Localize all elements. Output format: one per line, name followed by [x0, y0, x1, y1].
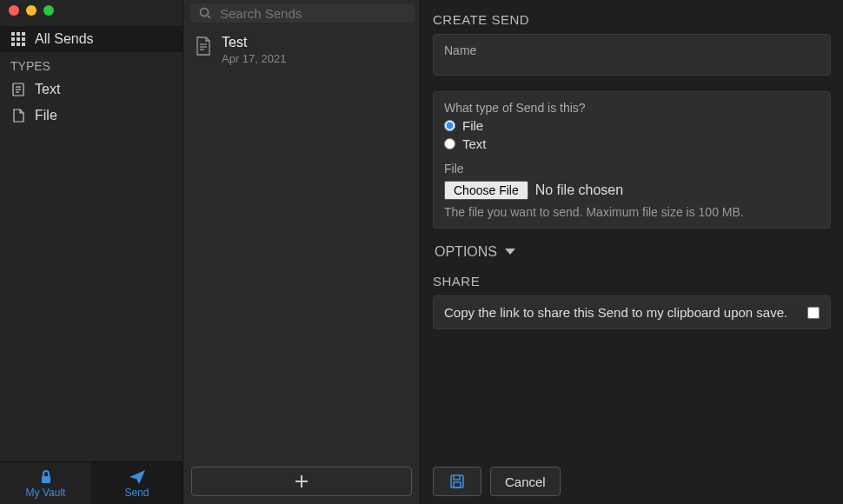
svg-rect-5 [22, 37, 25, 41]
file-status: No file chosen [535, 182, 623, 198]
share-copy-checkbox[interactable] [807, 307, 820, 319]
sidebar-item-label: File [35, 108, 57, 123]
plus-icon [295, 475, 308, 487]
type-radio-file[interactable] [444, 120, 455, 131]
close-window-button[interactable] [9, 5, 19, 16]
svg-rect-6 [11, 43, 15, 46]
sidebar-item-file[interactable]: File [0, 103, 183, 129]
svg-rect-1 [17, 32, 20, 36]
svg-rect-2 [22, 32, 25, 36]
lock-icon [38, 469, 54, 485]
type-card: What type of Send is this? File Text Fil… [433, 91, 831, 229]
sidebar: All Sends TYPES Text File My Vault [0, 0, 183, 504]
name-field-card[interactable]: Name [433, 34, 831, 76]
search-input[interactable] [220, 6, 406, 21]
detail-panel: CREATE SEND Name What type of Send is th… [421, 0, 843, 504]
type-option-label: Text [462, 136, 487, 151]
sidebar-item-label: All Sends [35, 31, 94, 47]
type-question: What type of Send is this? [444, 101, 820, 115]
create-send-header: CREATE SEND [433, 12, 831, 27]
bottom-nav: My Vault Send [0, 461, 183, 504]
new-send-button[interactable] [191, 467, 412, 496]
type-option-file[interactable]: File [444, 118, 820, 133]
bottom-nav-send[interactable]: Send [91, 462, 183, 504]
file-icon [10, 109, 26, 123]
choose-file-button[interactable]: Choose File [444, 181, 528, 200]
share-header: SHARE [433, 274, 831, 288]
text-icon [10, 83, 26, 96]
type-radio-text[interactable] [444, 138, 455, 149]
sidebar-item-label: Text [35, 82, 60, 97]
svg-rect-21 [451, 475, 463, 487]
cancel-button[interactable]: Cancel [490, 467, 561, 496]
chevron-down-icon [504, 248, 516, 256]
list-item-subtitle: Apr 17, 2021 [222, 52, 286, 65]
bottom-nav-label: My Vault [26, 487, 66, 499]
svg-line-15 [208, 16, 210, 18]
save-icon [449, 474, 465, 489]
save-button[interactable] [433, 467, 481, 496]
send-icon [129, 469, 146, 485]
share-copy-card: Copy the link to share this Send to my c… [433, 295, 831, 329]
options-toggle[interactable]: OPTIONS [435, 244, 829, 260]
sidebar-item-all-sends[interactable]: All Sends [0, 26, 183, 52]
svg-rect-0 [11, 32, 15, 36]
list-item-title: Test [222, 35, 286, 50]
minimize-window-button[interactable] [26, 5, 37, 16]
send-list-panel: Test Apr 17, 2021 [183, 0, 421, 504]
svg-rect-22 [454, 482, 461, 487]
list-item[interactable]: Test Apr 17, 2021 [190, 30, 413, 70]
file-label: File [444, 162, 820, 176]
svg-rect-3 [11, 37, 15, 41]
bottom-nav-vault[interactable]: My Vault [0, 462, 91, 504]
window-controls [0, 0, 183, 21]
sidebar-section-types: TYPES [0, 52, 183, 76]
svg-point-14 [201, 9, 209, 17]
search-icon [199, 7, 211, 19]
maximize-window-button[interactable] [43, 5, 54, 16]
type-option-text[interactable]: Text [444, 136, 820, 151]
share-copy-label: Copy the link to share this Send to my c… [444, 305, 787, 320]
bottom-nav-label: Send [124, 487, 149, 499]
options-label: OPTIONS [435, 244, 497, 260]
svg-rect-4 [17, 37, 20, 41]
search-input-wrapper[interactable] [190, 3, 415, 23]
svg-rect-13 [42, 476, 50, 483]
sidebar-item-text[interactable]: Text [0, 76, 183, 103]
name-label: Name [444, 43, 820, 57]
svg-rect-8 [22, 43, 25, 46]
svg-rect-20 [295, 481, 308, 482]
svg-rect-7 [17, 43, 20, 46]
file-helper: The file you want to send. Maximum file … [444, 205, 820, 219]
document-icon [196, 36, 211, 56]
type-option-label: File [462, 118, 483, 133]
grid-icon [10, 32, 26, 46]
